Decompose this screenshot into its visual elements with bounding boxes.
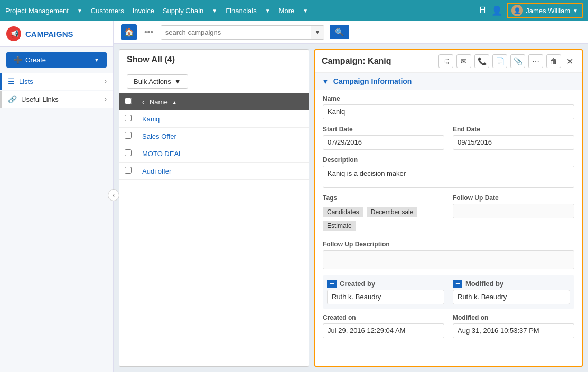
end-date-label: End Date [453,126,574,133]
user-name: James William [526,7,570,15]
tags-label: Tags [323,194,444,202]
name-value: Kaniq [323,104,574,119]
section-toggle[interactable]: ▼ Campaign Information [315,73,582,90]
create-caret: ▼ [94,57,99,63]
modified-on-field: Modified on Aug 31, 2016 10:53:37 PM [453,314,574,338]
name-col-label: Name [150,98,168,106]
bulk-actions-label: Bulk Actions [134,78,171,85]
create-label: Create [25,56,46,64]
nav-icon-monitor[interactable]: 🖥 [478,5,487,16]
select-all-header[interactable] [119,93,137,110]
nav-financials[interactable]: Financials [226,7,257,15]
created-on-field: Created on Jul 29, 2016 12:29:04 AM [323,314,444,338]
modified-on-label: Modified on [453,314,574,321]
delete-button[interactable]: 🗑 [546,54,561,68]
nav-icon-person[interactable]: 👤 [491,5,502,16]
modified-by-field: ☰ Modified by Ruth k. Beaudry [453,280,570,304]
main-content: 🏠 ••• ▼ 🔍 Show All (4) Bulk Actions ▼ [114,21,588,372]
end-date-value: 09/15/2016 [453,135,574,150]
created-by-label: Created by [340,280,375,288]
sidebar-item-lists[interactable]: ☰ Lists › [0,73,113,90]
email-button[interactable]: ✉ [456,54,471,68]
nav-arrow-4: ▼ [265,8,270,14]
search-box: ▼ [161,25,324,40]
row-name-0[interactable]: Kaniq [137,110,309,128]
print-button[interactable]: 🖨 [438,54,453,68]
phone-button[interactable]: 📞 [474,54,489,68]
lists-label: Lists [19,78,100,85]
nav-project-management[interactable]: Project Management [5,7,69,15]
row-name-2[interactable]: MOTO DEAL [137,145,309,163]
row-check-3[interactable] [119,163,137,180]
detail-header: Campaign: Kaniq 🖨 ✉ 📞 📄 📎 ⋯ 🗑 ✕ [315,50,582,73]
follow-up-desc-value [323,250,574,269]
attach-button[interactable]: 📎 [510,54,525,68]
detail-panel: Campaign: Kaniq 🖨 ✉ 📞 📄 📎 ⋯ 🗑 ✕ ▼ Campai… [314,49,583,367]
section-label: Campaign Information [333,77,412,85]
document-button[interactable]: 📄 [492,54,507,68]
created-modified-on-row: Created on Jul 29, 2016 12:29:04 AM Modi… [323,314,574,338]
follow-up-desc-label: Follow Up Description [323,241,574,248]
select-all-checkbox[interactable] [125,98,132,104]
row-name-3[interactable]: Audi offer [137,163,309,180]
bulk-actions-arrow: ▼ [174,78,181,85]
more-actions-button[interactable]: ⋯ [528,54,543,68]
modified-by-value: Ruth k. Beaudry [453,290,570,304]
created-on-value: Jul 29, 2016 12:29:04 AM [323,323,444,338]
created-on-label: Created on [323,314,444,321]
user-menu-btn[interactable]: 👤 James William ▼ [507,3,583,18]
list-header: Show All (4) [119,50,309,70]
detail-body: Name Kaniq Start Date 07/29/2016 End Dat… [315,90,582,350]
table-row[interactable]: Sales Offer [119,128,309,145]
tag-1: December sale [367,207,418,217]
useful-links-icon: 🔗 [8,95,17,103]
table-row[interactable]: Audi offer [119,163,309,180]
tag-2: Estimate [323,221,356,231]
name-column-header[interactable]: ‹ Name ▲ [137,93,309,110]
end-date-field: End Date 09/15/2016 [453,126,574,150]
useful-links-arrow: › [105,96,107,103]
search-go-button[interactable]: 🔍 [330,25,349,39]
sidebar-header: 📢 CAMPAIGNS [0,21,113,47]
created-by-header: ☰ Created by [327,280,444,288]
create-plus-icon: ➕ [14,56,22,64]
table-row[interactable]: MOTO DEAL [119,145,309,163]
name-label: Name [323,95,574,102]
row-check-0[interactable] [119,110,137,128]
bulk-actions-button[interactable]: Bulk Actions ▼ [127,74,188,89]
useful-links-label: Useful Links [21,96,100,103]
toolbar-bar: 🏠 ••• ▼ 🔍 [114,21,588,44]
sidebar: 📢 CAMPAIGNS ➕ Create ▼ ☰ Lists › 🔗 Usefu… [0,21,114,372]
prev-nav[interactable]: ‹ [142,98,144,106]
table-row[interactable]: Kaniq [119,110,309,128]
nav-more[interactable]: More [279,7,295,15]
sort-icon[interactable]: ▲ [172,100,177,106]
lists-icon: ☰ [8,77,15,85]
create-button[interactable]: ➕ Create ▼ [6,52,107,68]
created-by-icon: ☰ [327,280,337,288]
list-actions: Bulk Actions ▼ [119,70,309,93]
home-button[interactable]: 🏠 [121,24,137,40]
search-input[interactable] [161,26,311,39]
user-avatar: 👤 [511,5,523,16]
follow-up-desc-field: Follow Up Description [323,241,574,269]
created-by-field: ☰ Created by Ruth k. Beaudry [327,280,444,304]
row-check-2[interactable] [119,145,137,163]
toolbar-dots[interactable]: ••• [142,27,155,37]
tags-followup-row: Tags Candidates December sale Estimate F… [323,194,574,234]
sidebar-item-useful-links[interactable]: 🔗 Useful Links › [0,91,113,108]
nav-customers[interactable]: Customers [91,7,124,15]
row-check-1[interactable] [119,128,137,145]
nav-arrow-3: ▼ [212,8,217,14]
created-by-value: Ruth k. Beaudry [327,290,444,304]
tags-container: Candidates December sale Estimate [323,204,444,234]
close-button[interactable]: ✕ [564,56,575,66]
created-modified-by-row: ☰ Created by Ruth k. Beaudry ☰ Modified … [323,275,574,309]
name-field: Name Kaniq [323,95,574,119]
nav-supply-chain[interactable]: Supply Chain [163,7,203,15]
row-name-1[interactable]: Sales Offer [137,128,309,145]
nav-invoice[interactable]: Invoice [133,7,154,15]
tag-0: Candidates [323,207,363,217]
search-dropdown[interactable]: ▼ [311,26,324,39]
description-field: Description Kaniq is a decision maker [323,156,574,188]
